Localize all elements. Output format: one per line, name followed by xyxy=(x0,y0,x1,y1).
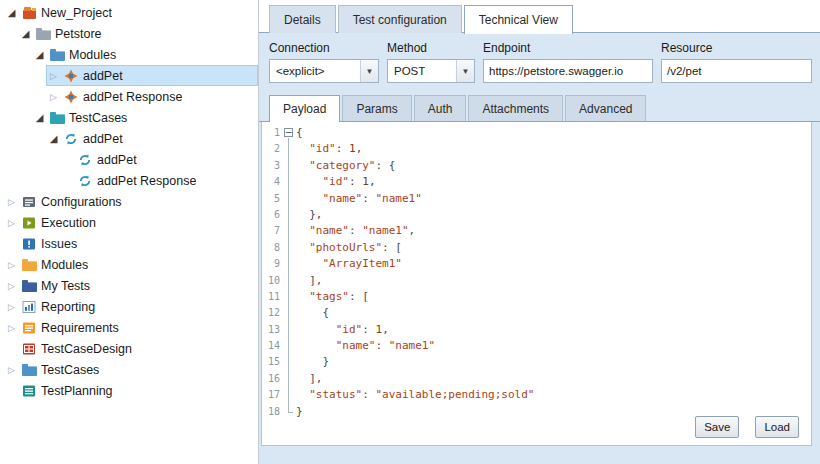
tab-auth[interactable]: Auth xyxy=(414,95,467,121)
fold-guide-line xyxy=(282,174,296,190)
json-code-area[interactable]: 1−{2 "id": 1,3 "category": {4 "id": 1,5 … xyxy=(262,122,811,420)
expand-arrow-icon[interactable]: ◢ xyxy=(34,49,45,60)
tree-item-configurations[interactable]: ▷Configurations xyxy=(0,191,258,212)
folder-icon xyxy=(21,362,37,378)
expand-arrow-icon[interactable]: ▷ xyxy=(6,281,17,291)
expand-arrow-icon[interactable]: ◢ xyxy=(20,28,31,39)
fold-guide-line xyxy=(282,404,296,420)
tree-item-label: My Tests xyxy=(41,279,90,293)
tree-item-addpet-response[interactable]: addPet Response xyxy=(0,170,258,191)
tab-technical-view[interactable]: Technical View xyxy=(464,5,573,34)
tree-item-testcasedesign[interactable]: TestCaseDesign xyxy=(0,338,258,359)
line-number: 7 xyxy=(262,223,282,239)
connection-select[interactable]: <explicit> ▼ xyxy=(269,59,379,83)
resource-field: Resource xyxy=(661,41,812,83)
tree-item-requirements[interactable]: ▷Requirements xyxy=(0,317,258,338)
tree-item-content: ▷Execution xyxy=(4,212,258,233)
tree-indent xyxy=(0,107,32,128)
fold-guide-line xyxy=(282,289,296,305)
expand-arrow-icon[interactable]: ▷ xyxy=(6,260,17,270)
tree-item-modules[interactable]: ▷Modules xyxy=(0,254,258,275)
testcasedesign-icon xyxy=(21,341,37,357)
expand-arrow-icon[interactable]: ◢ xyxy=(34,112,45,123)
code-line-text: "name": "name1", xyxy=(296,223,415,239)
save-button[interactable]: Save xyxy=(695,416,739,438)
tab-advanced[interactable]: Advanced xyxy=(565,95,646,121)
expand-arrow-icon[interactable]: ▷ xyxy=(6,365,17,375)
expand-arrow-icon[interactable]: ▷ xyxy=(6,302,17,312)
tree-item-content: ▷Modules xyxy=(4,254,258,275)
line-number: 14 xyxy=(262,338,282,354)
code-line-text: "id": 1, xyxy=(296,141,362,157)
tree-item-testcases[interactable]: ▷TestCases xyxy=(0,359,258,380)
tree-item-content: addPet Response xyxy=(60,170,258,191)
testcase-icon xyxy=(77,152,93,168)
tree-indent xyxy=(0,149,60,170)
tree-item-label: Petstore xyxy=(55,27,102,41)
tree-item-label: TestCases xyxy=(41,363,99,377)
project-tree: ◢New_Project◢Petstore◢Modules▷addPet▷add… xyxy=(0,2,258,401)
tree-item-issues[interactable]: Issues xyxy=(0,233,258,254)
tree-item-label: TestCaseDesign xyxy=(41,342,132,356)
code-line-text: "name": "name1" xyxy=(296,191,422,207)
tree-item-content: ▷addPet Response xyxy=(46,86,258,107)
tree-indent xyxy=(0,170,60,191)
tree-item-addpet[interactable]: addPet xyxy=(0,149,258,170)
expand-arrow-icon[interactable]: ◢ xyxy=(6,7,17,18)
folder-icon xyxy=(21,278,37,294)
expand-arrow-icon[interactable]: ▷ xyxy=(6,197,17,207)
tree-item-petstore[interactable]: ◢Petstore xyxy=(0,23,258,44)
code-line-text: { xyxy=(296,305,329,321)
reporting-icon xyxy=(21,299,37,315)
tree-item-new-project[interactable]: ◢New_Project xyxy=(0,2,258,23)
tree-item-addpet[interactable]: ◢addPet xyxy=(0,128,258,149)
payload-editor[interactable]: 1−{2 "id": 1,3 "category": {4 "id": 1,5 … xyxy=(261,122,812,446)
tab-params[interactable]: Params xyxy=(342,95,411,121)
tree-item-addpet[interactable]: ▷addPet xyxy=(0,65,258,86)
expand-arrow-icon[interactable]: ▷ xyxy=(6,323,17,333)
tree-item-testcases[interactable]: ◢TestCases xyxy=(0,107,258,128)
configurations-icon xyxy=(21,194,37,210)
tree-item-label: Issues xyxy=(41,237,77,251)
tree-item-content: ◢Modules xyxy=(32,44,258,65)
request-config-bar: Connection <explicit> ▼ Method POST ▼ En… xyxy=(259,33,820,93)
fold-toggle-icon[interactable]: − xyxy=(282,125,296,141)
tree-item-execution[interactable]: ▷Execution xyxy=(0,212,258,233)
tree-item-addpet-response[interactable]: ▷addPet Response xyxy=(0,86,258,107)
line-number: 5 xyxy=(262,191,282,207)
expand-arrow-icon[interactable]: ◢ xyxy=(48,133,59,144)
tab-test-configuration[interactable]: Test configuration xyxy=(338,5,462,33)
chevron-down-icon: ▼ xyxy=(360,60,378,82)
fold-guide-line xyxy=(282,158,296,174)
endpoint-field: Endpoint xyxy=(483,41,653,83)
expand-arrow-icon[interactable]: ▷ xyxy=(6,218,17,228)
chevron-down-icon: ▼ xyxy=(456,60,474,82)
tree-indent xyxy=(0,23,18,44)
connection-label: Connection xyxy=(269,41,379,55)
tree-item-my-tests[interactable]: ▷My Tests xyxy=(0,275,258,296)
expand-arrow-icon[interactable]: ▷ xyxy=(48,92,59,102)
expand-arrow-icon[interactable]: ▷ xyxy=(48,71,59,81)
method-select[interactable]: POST ▼ xyxy=(387,59,475,83)
tree-item-content: addPet xyxy=(60,149,258,170)
tree-item-reporting[interactable]: ▷Reporting xyxy=(0,296,258,317)
endpoint-input[interactable] xyxy=(483,59,653,83)
tree-item-label: Modules xyxy=(69,48,116,62)
tree-item-testplanning[interactable]: TestPlanning xyxy=(0,380,258,401)
tree-item-content: ◢New_Project xyxy=(4,2,258,23)
tree-item-content: ▷Configurations xyxy=(4,191,258,212)
tree-item-modules[interactable]: ◢Modules xyxy=(0,44,258,65)
module-icon xyxy=(63,68,79,84)
endpoint-label: Endpoint xyxy=(483,41,653,55)
tab-payload[interactable]: Payload xyxy=(269,95,340,122)
load-button[interactable]: Load xyxy=(755,416,799,438)
tab-attachments[interactable]: Attachments xyxy=(468,95,563,121)
tree-item-label: New_Project xyxy=(41,6,112,20)
tree-indent xyxy=(0,65,46,86)
tab-details[interactable]: Details xyxy=(269,5,336,33)
code-line-text: } xyxy=(296,404,303,420)
tree-item-label: TestPlanning xyxy=(41,384,113,398)
line-number: 6 xyxy=(262,207,282,223)
code-line-text: ], xyxy=(296,273,323,289)
resource-input[interactable] xyxy=(661,59,812,83)
